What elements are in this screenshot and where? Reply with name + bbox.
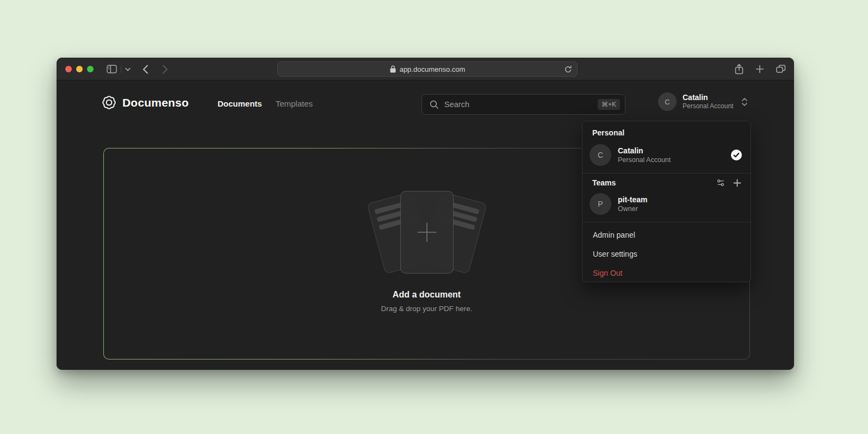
zoom-button[interactable]	[87, 66, 94, 72]
team-avatar: P	[590, 193, 611, 215]
traffic-lights	[65, 66, 94, 72]
browser-window: app.documenso.com	[57, 58, 794, 370]
personal-subtitle: Personal Account	[618, 156, 671, 164]
lock-icon	[390, 65, 396, 73]
minimize-button[interactable]	[76, 66, 83, 72]
create-team-icon[interactable]	[733, 179, 741, 187]
document-card-center	[400, 191, 454, 274]
nav-documents[interactable]: Documents	[218, 99, 262, 108]
menu-item-sign-out[interactable]: Sign Out	[582, 263, 751, 282]
forward-button[interactable]	[162, 65, 168, 74]
toolbar-separator	[121, 65, 121, 73]
primary-nav: Documents Templates	[218, 99, 313, 108]
documenso-logo-icon	[102, 95, 116, 110]
check-circle-icon	[731, 150, 742, 160]
account-name: Catalin	[683, 93, 733, 102]
url-text: app.documenso.com	[400, 65, 466, 73]
teams-section-header: Teams	[582, 173, 751, 190]
nav-templates[interactable]: Templates	[276, 99, 313, 108]
browser-toolbar: app.documenso.com	[57, 58, 794, 80]
account-subtitle: Personal Account	[683, 102, 733, 110]
document-stack-illustration	[364, 191, 489, 274]
documenso-app: Documenso Documents Templates ⌘+K C Cata…	[57, 80, 794, 370]
address-bar[interactable]: app.documenso.com	[277, 61, 578, 77]
sidebar-toggle-icon[interactable]	[107, 65, 117, 73]
team-name: pit-team	[618, 195, 647, 204]
account-avatar: C	[658, 92, 677, 111]
dropzone-title: Add a document	[393, 290, 461, 300]
plus-icon	[416, 221, 438, 244]
tab-group-chevron-icon[interactable]	[125, 67, 131, 71]
team-role: Owner	[618, 204, 647, 213]
account-switcher-button[interactable]: C Catalin Personal Account	[658, 92, 748, 111]
back-button[interactable]	[142, 65, 148, 74]
close-button[interactable]	[65, 66, 72, 72]
personal-avatar: C	[590, 144, 611, 166]
teams-section-label: Teams	[592, 178, 716, 187]
manage-teams-icon[interactable]	[716, 178, 725, 187]
personal-name: Catalin	[618, 146, 671, 156]
brand[interactable]: Documenso	[102, 95, 189, 110]
share-icon[interactable]	[735, 64, 743, 75]
tab-overview-icon[interactable]	[776, 65, 786, 73]
account-menu: Personal C Catalin Personal Account Team…	[582, 121, 751, 282]
menu-item-admin-panel[interactable]: Admin panel	[582, 225, 751, 244]
new-tab-icon[interactable]	[755, 65, 764, 73]
search-input[interactable]	[444, 100, 598, 109]
menu-item-team[interactable]: P pit-team Owner	[582, 190, 751, 222]
chevrons-up-down-icon	[741, 97, 748, 107]
menu-item-user-settings[interactable]: User settings	[582, 244, 751, 263]
personal-section-label: Personal	[582, 121, 751, 141]
reload-icon[interactable]	[564, 65, 572, 74]
dropzone-subtitle: Drag & drop your PDF here.	[381, 305, 472, 313]
menu-item-personal-account[interactable]: C Catalin Personal Account	[582, 141, 751, 173]
brand-name: Documenso	[122, 96, 189, 109]
search-shortcut-badge: ⌘+K	[598, 99, 620, 110]
search-icon	[430, 100, 439, 109]
search-bar[interactable]: ⌘+K	[421, 94, 625, 115]
